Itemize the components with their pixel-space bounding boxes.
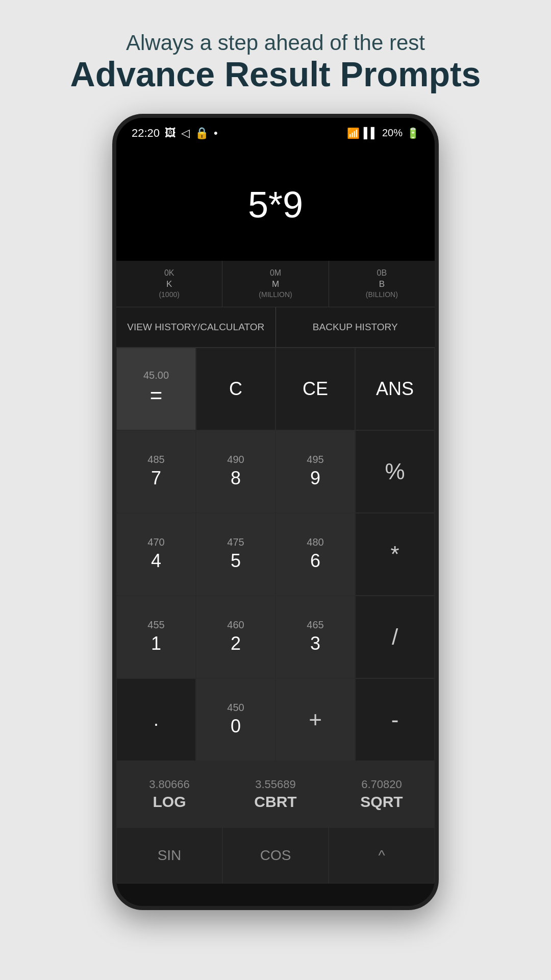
sin-button[interactable]: SIN (116, 827, 222, 884)
calc-expression: 5*9 (248, 184, 303, 226)
clear-label: C (229, 378, 242, 400)
preview-6: 480 (307, 536, 323, 548)
preview-3: 465 (307, 619, 323, 631)
sqrt-preview: 6.70820 (361, 778, 402, 791)
ans-label: ANS (376, 378, 414, 400)
cbrt-label: CBRT (254, 793, 296, 811)
status-left: 22:20 🖼 ◁ 🔒 • (132, 127, 218, 140)
preview-2: 460 (227, 619, 244, 631)
label-7: 7 (151, 468, 161, 489)
signal-icon: ▌▌ (364, 127, 378, 139)
button-3[interactable]: 465 3 (276, 596, 355, 678)
log-button[interactable]: 3.80666 LOG (116, 761, 222, 827)
calc-body: 22:20 🖼 ◁ 🔒 • 📶 ▌▌ 20% 🔋 5*9 0K K (1000) (116, 118, 435, 884)
promo-subtitle: Always a step ahead of the rest (70, 31, 481, 55)
label-0: 0 (231, 716, 241, 737)
button-7[interactable]: 485 7 (116, 430, 196, 513)
memory-m-label: M (272, 279, 279, 290)
percent-button[interactable]: % (355, 430, 435, 513)
minus-label: - (391, 707, 399, 732)
photo-icon: 🖼 (165, 127, 176, 140)
trig-row: SIN COS ^ (116, 827, 435, 884)
minus-button[interactable]: - (355, 678, 435, 761)
plus-label: + (309, 707, 322, 732)
sqrt-label: SQRT (360, 793, 403, 811)
plus-button[interactable]: + (276, 678, 355, 761)
battery-level: 20% (382, 127, 403, 139)
label-3: 3 (310, 633, 320, 654)
memory-k-val: 0K (164, 268, 174, 279)
label-5: 5 (231, 550, 241, 572)
button-8[interactable]: 490 8 (196, 430, 276, 513)
memory-k-sub: (1000) (159, 290, 179, 299)
decimal-button[interactable]: . (116, 678, 196, 761)
label-4: 4 (151, 550, 161, 572)
sci-row: 3.80666 LOG 3.55689 CBRT 6.70820 SQRT (116, 761, 435, 827)
calc-grid: 45.00 = C CE ANS 485 7 490 8 495 (116, 348, 435, 761)
calc-display: 5*9 (116, 149, 435, 261)
backup-history-button[interactable]: BACKUP HISTORY (276, 307, 435, 347)
cbrt-preview: 3.55689 (255, 778, 296, 791)
equals-preview: 45.00 (143, 370, 169, 381)
time-display: 22:20 (132, 127, 160, 140)
ans-button[interactable]: ANS (355, 348, 435, 430)
dot-indicator: • (214, 127, 218, 140)
power-button[interactable]: ^ (329, 827, 435, 884)
label-6: 6 (310, 550, 320, 572)
ce-label: CE (303, 378, 328, 400)
divide-label: / (392, 624, 398, 650)
history-row: VIEW HISTORY/CALCULATOR BACKUP HISTORY (116, 307, 435, 348)
wifi-icon: 📶 (347, 127, 360, 139)
preview-7: 485 (147, 454, 164, 465)
status-right: 📶 ▌▌ 20% 🔋 (347, 127, 419, 139)
promo-header: Always a step ahead of the rest Advance … (30, 0, 522, 114)
phone-frame: 22:20 🖼 ◁ 🔒 • 📶 ▌▌ 20% 🔋 5*9 0K K (1000) (112, 114, 439, 910)
navigation-icon: ◁ (181, 127, 190, 140)
promo-title: Advance Result Prompts (70, 55, 481, 93)
sqrt-button[interactable]: 6.70820 SQRT (329, 761, 435, 827)
memory-b-label: B (379, 279, 385, 290)
memory-m-sub: (MILLION) (259, 290, 292, 299)
cbrt-button[interactable]: 3.55689 CBRT (222, 761, 329, 827)
preview-9: 495 (307, 454, 323, 465)
percent-label: % (385, 459, 405, 484)
preview-1: 455 (147, 619, 164, 631)
log-preview: 3.80666 (149, 778, 190, 791)
cos-button[interactable]: COS (222, 827, 329, 884)
button-9[interactable]: 495 9 (276, 430, 355, 513)
label-8: 8 (231, 468, 241, 489)
memory-k-label: K (166, 279, 172, 290)
memory-b-val: 0B (377, 268, 387, 279)
button-5[interactable]: 475 5 (196, 513, 276, 596)
button-0[interactable]: 450 0 (196, 678, 276, 761)
memory-row: 0K K (1000) 0M M (MILLION) 0B B (BILLION… (116, 261, 435, 307)
button-2[interactable]: 460 2 (196, 596, 276, 678)
memory-m-button[interactable]: 0M M (MILLION) (222, 261, 329, 307)
label-1: 1 (151, 633, 161, 654)
button-6[interactable]: 480 6 (276, 513, 355, 596)
preview-0: 450 (227, 702, 244, 714)
battery-icon: 🔋 (407, 127, 419, 139)
button-4[interactable]: 470 4 (116, 513, 196, 596)
preview-5: 475 (227, 536, 244, 548)
view-history-button[interactable]: VIEW HISTORY/CALCULATOR (116, 307, 276, 347)
divide-button[interactable]: / (355, 596, 435, 678)
decimal-label: . (154, 709, 159, 730)
ce-button[interactable]: CE (276, 348, 355, 430)
preview-4: 470 (147, 536, 164, 548)
lock-icon: 🔒 (195, 127, 209, 140)
clear-button[interactable]: C (196, 348, 276, 430)
button-1[interactable]: 455 1 (116, 596, 196, 678)
equals-label: = (150, 383, 163, 408)
equals-button[interactable]: 45.00 = (116, 348, 196, 430)
label-9: 9 (310, 468, 320, 489)
memory-b-button[interactable]: 0B B (BILLION) (329, 261, 435, 307)
memory-k-button[interactable]: 0K K (1000) (116, 261, 222, 307)
log-label: LOG (153, 793, 186, 811)
preview-8: 490 (227, 454, 244, 465)
multiply-label: * (390, 542, 399, 567)
memory-m-val: 0M (270, 268, 281, 279)
notch (235, 118, 316, 132)
multiply-button[interactable]: * (355, 513, 435, 596)
label-2: 2 (231, 633, 241, 654)
